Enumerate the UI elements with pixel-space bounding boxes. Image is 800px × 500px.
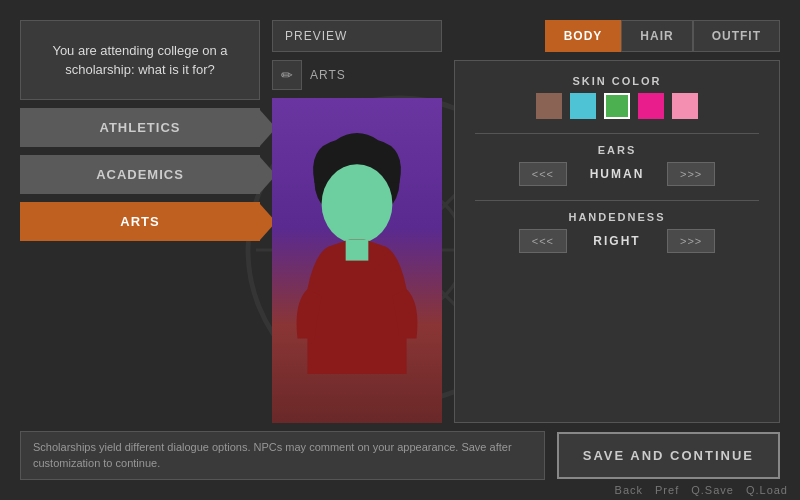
ears-value: HUMAN	[577, 167, 657, 181]
bottom-row: Scholarships yield different dialogue op…	[20, 431, 780, 480]
hint-text: Scholarships yield different dialogue op…	[33, 441, 512, 468]
svg-point-3	[322, 164, 393, 243]
question-box: You are attending college on a scholarsh…	[20, 20, 260, 100]
footer-quicksave[interactable]: Q.Save	[691, 484, 734, 496]
swatch-light-pink[interactable]	[672, 93, 698, 119]
swatch-cyan[interactable]	[570, 93, 596, 119]
ears-options: <<< HUMAN >>>	[475, 162, 759, 186]
swatch-green[interactable]	[604, 93, 630, 119]
footer-pref[interactable]: Pref	[655, 484, 679, 496]
hint-box: Scholarships yield different dialogue op…	[20, 431, 545, 480]
footer: Back Pref Q.Save Q.Load	[615, 484, 788, 496]
handedness-title: HANDEDNESS	[475, 211, 759, 223]
handedness-options: <<< RIGHT >>>	[475, 229, 759, 253]
middle-panel: PREVIEW ✏ ARTS	[272, 20, 442, 423]
choice-athletics[interactable]: ATHLETICS	[20, 108, 260, 147]
color-swatches	[475, 93, 759, 119]
handedness-section: HANDEDNESS <<< RIGHT >>>	[475, 200, 759, 253]
ears-title: EARS	[475, 144, 759, 156]
ears-section: EARS <<< HUMAN >>>	[475, 133, 759, 186]
save-and-continue-button[interactable]: SAVE AND CONTINUE	[557, 432, 780, 479]
choice-academics[interactable]: ACADEMICS	[20, 155, 260, 194]
footer-quickload[interactable]: Q.Load	[746, 484, 788, 496]
character-svg	[272, 98, 442, 423]
tab-body[interactable]: BODY	[545, 20, 622, 52]
left-panel: You are attending college on a scholarsh…	[20, 20, 260, 423]
tab-outfit[interactable]: OUTFIT	[693, 20, 780, 52]
top-row: You are attending college on a scholarsh…	[20, 20, 780, 423]
ears-next-button[interactable]: >>>	[667, 162, 715, 186]
tool-label: ARTS	[310, 68, 346, 82]
ears-prev-button[interactable]: <<<	[519, 162, 567, 186]
handedness-prev-button[interactable]: <<<	[519, 229, 567, 253]
preview-tools: ✏ ARTS	[272, 60, 442, 90]
swatch-pink[interactable]	[638, 93, 664, 119]
handedness-value: RIGHT	[577, 234, 657, 248]
skin-color-title: SKIN COLOR	[475, 75, 759, 87]
tab-hair[interactable]: HAIR	[621, 20, 692, 52]
main-container: You are attending college on a scholarsh…	[20, 20, 780, 480]
right-panel: BODY HAIR OUTFIT SKIN COLOR	[454, 20, 780, 423]
swatch-brown[interactable]	[536, 93, 562, 119]
skin-color-section: SKIN COLOR	[475, 75, 759, 119]
tabs-row: BODY HAIR OUTFIT	[454, 20, 780, 52]
preview-label: PREVIEW	[272, 20, 442, 52]
svg-rect-4	[346, 239, 369, 260]
pencil-icon[interactable]: ✏	[272, 60, 302, 90]
question-text: You are attending college on a scholarsh…	[33, 41, 247, 80]
handedness-next-button[interactable]: >>>	[667, 229, 715, 253]
footer-back[interactable]: Back	[615, 484, 643, 496]
choice-arts[interactable]: ARTS	[20, 202, 260, 241]
character-preview	[272, 98, 442, 423]
customization-panel: SKIN COLOR EARS <<<	[454, 60, 780, 423]
